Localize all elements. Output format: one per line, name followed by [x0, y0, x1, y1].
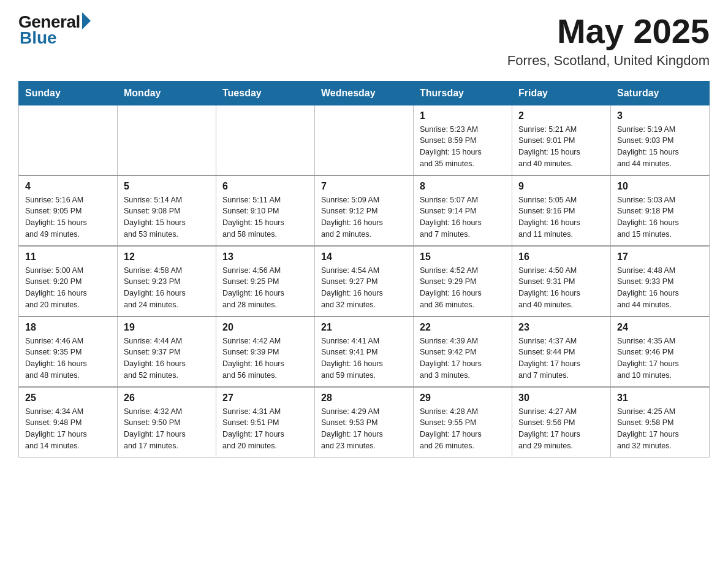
day-info: Sunrise: 5:05 AMSunset: 9:16 PMDaylight:…	[518, 194, 604, 240]
day-info: Sunrise: 5:21 AMSunset: 9:01 PMDaylight:…	[518, 124, 604, 170]
day-number: 3	[617, 110, 703, 121]
calendar-cell: 26Sunrise: 4:32 AMSunset: 9:50 PMDayligh…	[118, 387, 216, 458]
day-info: Sunrise: 4:37 AMSunset: 9:44 PMDaylight:…	[518, 335, 604, 381]
day-info: Sunrise: 4:42 AMSunset: 9:39 PMDaylight:…	[222, 335, 308, 381]
logo: General Blue	[18, 12, 91, 48]
calendar-header-sunday: Sunday	[19, 81, 118, 105]
day-info: Sunrise: 4:52 AMSunset: 9:29 PMDaylight:…	[420, 265, 506, 311]
day-info: Sunrise: 4:27 AMSunset: 9:56 PMDaylight:…	[518, 406, 604, 452]
day-number: 25	[25, 393, 111, 404]
day-info: Sunrise: 5:00 AMSunset: 9:20 PMDaylight:…	[25, 265, 111, 311]
day-number: 10	[617, 181, 703, 192]
day-number: 22	[420, 322, 506, 333]
calendar-cell: 30Sunrise: 4:27 AMSunset: 9:56 PMDayligh…	[512, 387, 611, 458]
calendar-cell: 20Sunrise: 4:42 AMSunset: 9:39 PMDayligh…	[216, 316, 315, 387]
calendar-cell: 31Sunrise: 4:25 AMSunset: 9:58 PMDayligh…	[611, 387, 710, 458]
calendar-cell: 17Sunrise: 4:48 AMSunset: 9:33 PMDayligh…	[611, 246, 710, 316]
day-number: 31	[617, 393, 703, 404]
day-info: Sunrise: 4:54 AMSunset: 9:27 PMDaylight:…	[321, 265, 407, 311]
calendar-cell: 11Sunrise: 5:00 AMSunset: 9:20 PMDayligh…	[19, 246, 118, 316]
calendar-cell: 5Sunrise: 5:14 AMSunset: 9:08 PMDaylight…	[118, 175, 216, 246]
day-number: 2	[518, 110, 604, 121]
day-number: 9	[518, 181, 604, 192]
calendar-cell: 22Sunrise: 4:39 AMSunset: 9:42 PMDayligh…	[414, 316, 512, 387]
day-number: 6	[222, 181, 308, 192]
calendar-cell: 10Sunrise: 5:03 AMSunset: 9:18 PMDayligh…	[611, 175, 710, 246]
day-info: Sunrise: 4:50 AMSunset: 9:31 PMDaylight:…	[518, 265, 604, 311]
day-info: Sunrise: 4:25 AMSunset: 9:58 PMDaylight:…	[617, 406, 703, 452]
calendar-header-wednesday: Wednesday	[315, 81, 414, 105]
day-info: Sunrise: 4:28 AMSunset: 9:55 PMDaylight:…	[420, 406, 506, 452]
calendar-cell: 27Sunrise: 4:31 AMSunset: 9:51 PMDayligh…	[216, 387, 315, 458]
day-info: Sunrise: 5:19 AMSunset: 9:03 PMDaylight:…	[617, 124, 703, 170]
day-info: Sunrise: 4:56 AMSunset: 9:25 PMDaylight:…	[222, 265, 308, 311]
day-info: Sunrise: 4:48 AMSunset: 9:33 PMDaylight:…	[617, 265, 703, 311]
calendar-cell: 12Sunrise: 4:58 AMSunset: 9:23 PMDayligh…	[118, 246, 216, 316]
day-info: Sunrise: 4:39 AMSunset: 9:42 PMDaylight:…	[420, 335, 506, 381]
calendar-cell: 23Sunrise: 4:37 AMSunset: 9:44 PMDayligh…	[512, 316, 611, 387]
day-info: Sunrise: 5:23 AMSunset: 8:59 PMDaylight:…	[420, 124, 506, 170]
day-info: Sunrise: 4:41 AMSunset: 9:41 PMDaylight:…	[321, 335, 407, 381]
calendar-cell: 15Sunrise: 4:52 AMSunset: 9:29 PMDayligh…	[414, 246, 512, 316]
calendar-cell: 9Sunrise: 5:05 AMSunset: 9:16 PMDaylight…	[512, 175, 611, 246]
calendar-week-row: 25Sunrise: 4:34 AMSunset: 9:48 PMDayligh…	[19, 387, 710, 458]
day-number: 16	[518, 251, 604, 262]
day-number: 4	[25, 181, 111, 192]
logo-blue-text: Blue	[20, 28, 57, 48]
day-number: 23	[518, 322, 604, 333]
calendar-cell	[19, 105, 118, 175]
day-number: 30	[518, 393, 604, 404]
calendar-header-tuesday: Tuesday	[216, 81, 315, 105]
title-section: May 2025 Forres, Scotland, United Kingdo…	[507, 12, 710, 69]
calendar-cell: 3Sunrise: 5:19 AMSunset: 9:03 PMDaylight…	[611, 105, 710, 175]
calendar-week-row: 11Sunrise: 5:00 AMSunset: 9:20 PMDayligh…	[19, 246, 710, 316]
day-info: Sunrise: 4:29 AMSunset: 9:53 PMDaylight:…	[321, 406, 407, 452]
day-number: 28	[321, 393, 407, 404]
day-info: Sunrise: 4:35 AMSunset: 9:46 PMDaylight:…	[617, 335, 703, 381]
calendar-cell: 21Sunrise: 4:41 AMSunset: 9:41 PMDayligh…	[315, 316, 414, 387]
day-number: 19	[124, 322, 210, 333]
day-info: Sunrise: 5:14 AMSunset: 9:08 PMDaylight:…	[124, 194, 210, 240]
calendar-cell: 28Sunrise: 4:29 AMSunset: 9:53 PMDayligh…	[315, 387, 414, 458]
day-number: 1	[420, 110, 506, 121]
logo-arrow-icon	[82, 12, 91, 29]
day-number: 27	[222, 393, 308, 404]
calendar-cell	[118, 105, 216, 175]
day-number: 21	[321, 322, 407, 333]
day-number: 26	[124, 393, 210, 404]
calendar-week-row: 18Sunrise: 4:46 AMSunset: 9:35 PMDayligh…	[19, 316, 710, 387]
day-info: Sunrise: 4:34 AMSunset: 9:48 PMDaylight:…	[25, 406, 111, 452]
day-number: 20	[222, 322, 308, 333]
calendar-cell: 19Sunrise: 4:44 AMSunset: 9:37 PMDayligh…	[118, 316, 216, 387]
calendar-cell: 13Sunrise: 4:56 AMSunset: 9:25 PMDayligh…	[216, 246, 315, 316]
day-number: 18	[25, 322, 111, 333]
calendar-table: SundayMondayTuesdayWednesdayThursdayFrid…	[18, 81, 710, 458]
calendar-cell: 1Sunrise: 5:23 AMSunset: 8:59 PMDaylight…	[414, 105, 512, 175]
calendar-cell: 25Sunrise: 4:34 AMSunset: 9:48 PMDayligh…	[19, 387, 118, 458]
page-header: General Blue May 2025 Forres, Scotland, …	[18, 12, 710, 69]
calendar-header-row: SundayMondayTuesdayWednesdayThursdayFrid…	[19, 81, 710, 105]
day-info: Sunrise: 4:44 AMSunset: 9:37 PMDaylight:…	[124, 335, 210, 381]
calendar-cell	[216, 105, 315, 175]
day-info: Sunrise: 4:31 AMSunset: 9:51 PMDaylight:…	[222, 406, 308, 452]
day-info: Sunrise: 5:16 AMSunset: 9:05 PMDaylight:…	[25, 194, 111, 240]
calendar-cell: 7Sunrise: 5:09 AMSunset: 9:12 PMDaylight…	[315, 175, 414, 246]
calendar-cell: 6Sunrise: 5:11 AMSunset: 9:10 PMDaylight…	[216, 175, 315, 246]
location-text: Forres, Scotland, United Kingdom	[507, 53, 710, 69]
calendar-header-saturday: Saturday	[611, 81, 710, 105]
calendar-cell: 29Sunrise: 4:28 AMSunset: 9:55 PMDayligh…	[414, 387, 512, 458]
calendar-header-monday: Monday	[118, 81, 216, 105]
calendar-cell: 2Sunrise: 5:21 AMSunset: 9:01 PMDaylight…	[512, 105, 611, 175]
calendar-header-friday: Friday	[512, 81, 611, 105]
day-info: Sunrise: 5:09 AMSunset: 9:12 PMDaylight:…	[321, 194, 407, 240]
day-number: 13	[222, 251, 308, 262]
calendar-cell: 14Sunrise: 4:54 AMSunset: 9:27 PMDayligh…	[315, 246, 414, 316]
day-info: Sunrise: 4:58 AMSunset: 9:23 PMDaylight:…	[124, 265, 210, 311]
calendar-cell: 4Sunrise: 5:16 AMSunset: 9:05 PMDaylight…	[19, 175, 118, 246]
day-info: Sunrise: 5:11 AMSunset: 9:10 PMDaylight:…	[222, 194, 308, 240]
day-number: 12	[124, 251, 210, 262]
day-number: 24	[617, 322, 703, 333]
calendar-cell: 16Sunrise: 4:50 AMSunset: 9:31 PMDayligh…	[512, 246, 611, 316]
day-number: 29	[420, 393, 506, 404]
day-number: 15	[420, 251, 506, 262]
